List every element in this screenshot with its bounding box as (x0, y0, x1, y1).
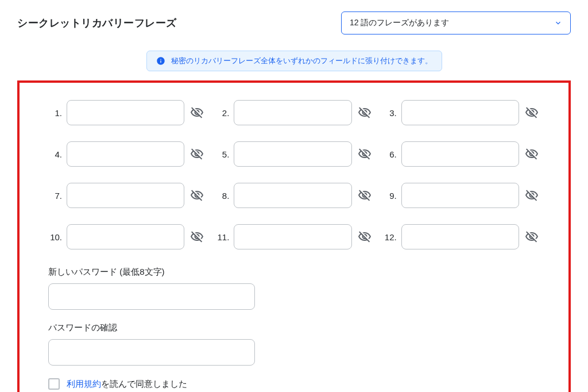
seed-word-cell: 3. (383, 100, 540, 125)
terms-text: 利用規約を読んで同意しました (67, 379, 187, 390)
header-row: シークレットリカバリーフレーズ 12 語のフレーズがあります (17, 11, 571, 34)
eye-slash-icon (525, 189, 539, 202)
seed-word-input-11[interactable] (234, 224, 351, 249)
seed-word-number: 7. (48, 191, 62, 201)
seed-word-number: 11. (215, 232, 229, 242)
toggle-visibility-button[interactable] (189, 230, 205, 244)
seed-word-number: 2. (215, 108, 229, 118)
toggle-visibility-button[interactable] (189, 106, 205, 120)
seed-word-cell: 12. (383, 224, 540, 249)
terms-rest: を読んで同意しました (101, 379, 187, 389)
toggle-visibility-button[interactable] (524, 106, 540, 120)
phrase-count-select[interactable]: 12 語のフレーズがあります (341, 11, 571, 34)
eye-slash-icon (190, 230, 204, 244)
seed-word-number: 12. (383, 232, 397, 242)
toggle-visibility-button[interactable] (357, 106, 373, 120)
seed-word-input-10[interactable] (67, 224, 184, 249)
seed-word-cell: 5. (215, 141, 372, 167)
eye-slash-icon (358, 147, 372, 161)
phrase-count-label: 12 語のフレーズがあります (350, 18, 449, 28)
eye-slash-icon (525, 106, 539, 120)
seed-word-number: 9. (383, 191, 397, 201)
toggle-visibility-button[interactable] (357, 189, 373, 202)
seed-word-cell: 2. (215, 100, 372, 125)
seed-word-cell: 1. (48, 100, 205, 125)
toggle-visibility-button[interactable] (524, 189, 540, 202)
chevron-down-icon (554, 19, 562, 27)
seed-word-cell: 9. (383, 183, 540, 208)
seed-word-number: 8. (215, 191, 229, 201)
eye-slash-icon (358, 230, 372, 244)
form-container: 1. 2. 3. 4. (17, 80, 571, 392)
toggle-visibility-button[interactable] (357, 147, 373, 161)
seed-word-number: 3. (383, 108, 397, 118)
new-password-label: 新しいパスワード (最低8文字) (48, 267, 540, 278)
eye-slash-icon (190, 189, 204, 202)
seed-word-input-6[interactable] (401, 141, 519, 167)
seed-word-input-4[interactable] (67, 141, 184, 167)
toggle-visibility-button[interactable] (189, 189, 205, 202)
terms-row: 利用規約を読んで同意しました (48, 378, 540, 390)
eye-slash-icon (525, 147, 539, 161)
confirm-password-group: パスワードの確認 (48, 322, 540, 366)
seed-word-input-7[interactable] (67, 183, 184, 208)
seed-word-input-2[interactable] (234, 100, 351, 125)
seed-word-cell: 7. (48, 183, 205, 208)
seed-word-input-5[interactable] (234, 141, 351, 167)
page-title: シークレットリカバリーフレーズ (17, 16, 177, 30)
terms-link[interactable]: 利用規約 (67, 379, 101, 389)
seed-word-input-1[interactable] (67, 100, 184, 125)
seed-word-grid: 1. 2. 3. 4. (48, 100, 540, 249)
seed-word-number: 6. (383, 149, 397, 159)
toggle-visibility-button[interactable] (524, 230, 540, 244)
toggle-visibility-button[interactable] (189, 147, 205, 161)
seed-word-cell: 11. (215, 224, 372, 249)
info-banner: 秘密のリカバリーフレーズ全体をいずれかのフィールドに張り付けできます。 (146, 51, 442, 71)
new-password-group: 新しいパスワード (最低8文字) (48, 267, 540, 310)
seed-word-number: 4. (48, 149, 62, 159)
seed-word-cell: 4. (48, 141, 205, 167)
seed-word-cell: 8. (215, 183, 372, 208)
seed-word-number: 1. (48, 108, 62, 118)
new-password-input[interactable] (48, 283, 255, 310)
confirm-password-label: パスワードの確認 (48, 322, 540, 333)
seed-word-input-12[interactable] (401, 224, 519, 249)
eye-slash-icon (358, 189, 372, 202)
toggle-visibility-button[interactable] (524, 147, 540, 161)
seed-word-input-8[interactable] (234, 183, 351, 208)
confirm-password-input[interactable] (48, 339, 255, 366)
eye-slash-icon (525, 230, 539, 244)
seed-word-cell: 10. (48, 224, 205, 249)
seed-word-input-9[interactable] (401, 183, 519, 208)
eye-slash-icon (190, 147, 204, 161)
seed-word-number: 5. (215, 149, 229, 159)
seed-word-cell: 6. (383, 141, 540, 167)
seed-word-number: 10. (48, 232, 62, 242)
eye-slash-icon (358, 106, 372, 120)
eye-slash-icon (190, 106, 204, 120)
toggle-visibility-button[interactable] (357, 230, 373, 244)
info-icon (156, 56, 165, 66)
terms-checkbox[interactable] (48, 378, 60, 390)
info-banner-text: 秘密のリカバリーフレーズ全体をいずれかのフィールドに張り付けできます。 (171, 56, 432, 66)
seed-word-input-3[interactable] (401, 100, 519, 125)
